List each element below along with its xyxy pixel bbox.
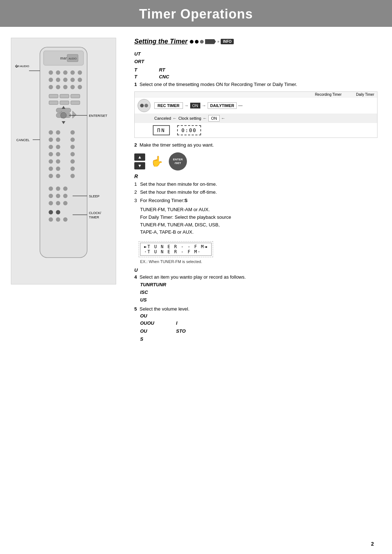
step1-text: 1 Select one of the timesetting modes ON… [134, 81, 377, 88]
enter-set-circle[interactable]: ENTER/SET [169, 152, 187, 171]
tuner-caption: EX.: When TUNER-FM is selected. [140, 259, 377, 264]
svg-point-64 [49, 201, 53, 205]
setting-timer-header: Setting the Timer » INFO [134, 38, 377, 45]
step2-text: 2 Make the timer setting as you want. [134, 141, 377, 149]
svg-rect-25 [71, 101, 80, 104]
follows-line-1: TUNRTUNR [140, 281, 377, 289]
svg-point-66 [63, 201, 68, 205]
step3-details: TUNER-FM, TUNER-AM or AUX. For Daily Tim… [134, 206, 377, 236]
i-value: I [176, 319, 186, 327]
step2-list-text: Set the hour then minute for off-time. [140, 189, 217, 195]
svg-point-38 [56, 138, 60, 142]
svg-point-7 [63, 70, 68, 75]
flow-arrow-1: → [184, 103, 189, 108]
sto-value: STO [176, 327, 186, 335]
svg-rect-23 [49, 101, 58, 104]
tuner-display-container: ►T U N E R - - F M◄ ·T U N E R - F M· EX… [134, 240, 377, 264]
svg-point-13 [70, 78, 75, 82]
flow-row-1: REC TIMER → ON → DAILYTIMER — [135, 97, 377, 114]
svg-point-46 [56, 167, 60, 171]
step5-text: 5 Select the volume level. [134, 306, 377, 312]
svg-point-72 [56, 217, 60, 222]
svg-rect-20 [49, 94, 58, 98]
svg-point-17 [63, 85, 68, 89]
up-arrow-btn[interactable]: ▲ [134, 153, 145, 161]
svg-text:CLOCK/: CLOCK/ [89, 211, 101, 215]
timer-flow-diagram: Recording Timer Daily Timer REC TIMER → … [134, 91, 377, 138]
svg-point-73 [63, 217, 68, 222]
svg-point-47 [49, 174, 53, 178]
step1-list-text: Set the hour then minute for on-time. [140, 181, 217, 187]
svg-point-61 [49, 194, 53, 198]
svg-point-60 [63, 186, 68, 191]
svg-point-40 [56, 145, 60, 149]
daily-timer-box: DAILYTIMER [208, 102, 237, 109]
right-panel: Setting the Timer » INFO UT ORT T RT T C… [134, 38, 377, 343]
arrow-shape [205, 39, 216, 44]
s-label: S [140, 335, 154, 343]
step3-detail-4: TAPE-A, TAPE-B or AUX. [140, 229, 377, 236]
enter-set-area: ▲ ▼ 👆 ENTER/SET [134, 152, 377, 171]
ut-ort-text: UT ORT [134, 50, 377, 66]
follows-list: TUNRTUNR ISC US [140, 281, 377, 304]
svg-text:ENTER/SET: ENTER/SET [89, 114, 107, 118]
svg-point-15 [49, 85, 53, 89]
svg-point-71 [49, 217, 53, 222]
dot-gray [200, 40, 204, 44]
on-box: ON [208, 115, 220, 122]
step3-detail-3: TUNER-FM, TUNER-AM, DISC, USB, [140, 221, 377, 229]
hand-icon: 👆 [151, 155, 163, 167]
flow-arrow-2: → [202, 103, 206, 108]
svg-point-65 [56, 201, 60, 205]
cnc-value: CNC [159, 74, 169, 79]
page-title: Timer Operations [0, 7, 392, 22]
tuner-text-2: ·T U N E R - F M· [144, 249, 208, 254]
svg-point-44 [56, 159, 60, 164]
svg-point-53 [70, 159, 75, 164]
svg-text:⏻/I AUDIO: ⏻/I AUDIO [15, 65, 29, 68]
info-arrow: » [217, 40, 220, 44]
tuner-text-1: ►T U N E R - - F M◄ [144, 244, 208, 249]
svg-point-54 [70, 167, 75, 171]
step3-detail-1: TUNER-FM, TUNER-AM or AUX. [140, 206, 377, 214]
t-cnc-row: T CNC [134, 74, 377, 79]
svg-point-49 [70, 130, 75, 135]
svg-point-9 [78, 70, 82, 75]
flow-labels: Recording Timer Daily Timer [135, 92, 377, 97]
header-bar: Timer Operations [0, 0, 392, 27]
follows-line-3: US [140, 296, 377, 304]
ou-label2: OU [140, 327, 154, 335]
svg-rect-21 [60, 94, 69, 98]
display-box-2: 0:00 [177, 125, 201, 135]
step-1: 1 Set the hour then minute for on-time. [134, 181, 377, 188]
ort-line: ORT [134, 58, 377, 66]
svg-text:mar: mar [60, 56, 67, 60]
rec-timer-box: REC TIMER [154, 102, 183, 109]
svg-text:SLEEP: SLEEP [89, 194, 99, 198]
svg-point-30 [61, 112, 66, 118]
svg-point-63 [63, 194, 68, 198]
svg-point-8 [70, 70, 75, 75]
t-rt-row: T RT [134, 67, 377, 73]
svg-point-14 [78, 78, 82, 82]
bold-r-label: R [134, 173, 377, 179]
step-3: 3 For Recording Timer:S [134, 197, 377, 204]
daily-timer-label: Daily Timer [356, 93, 374, 97]
svg-point-58 [49, 186, 53, 191]
info-badge: INFO [221, 39, 234, 44]
remote-container: mar AUDIO [11, 38, 116, 284]
svg-text:AUDIO: AUDIO [69, 57, 77, 60]
dot-black-1 [190, 40, 193, 44]
svg-rect-24 [60, 101, 69, 104]
t-label-1: T [134, 67, 137, 73]
svg-point-59 [56, 186, 60, 191]
remote-svg: mar AUDIO [15, 44, 113, 276]
svg-point-19 [78, 85, 82, 89]
svg-point-51 [70, 145, 75, 149]
svg-point-35 [49, 130, 53, 135]
svg-point-11 [56, 78, 60, 82]
steps-list: 1 Set the hour then minute for on-time. … [134, 181, 377, 204]
ut-line: UT [134, 50, 377, 58]
down-arrow-btn[interactable]: ▼ [134, 162, 145, 169]
ou-rows: OUOU OU S I STO [140, 319, 377, 343]
